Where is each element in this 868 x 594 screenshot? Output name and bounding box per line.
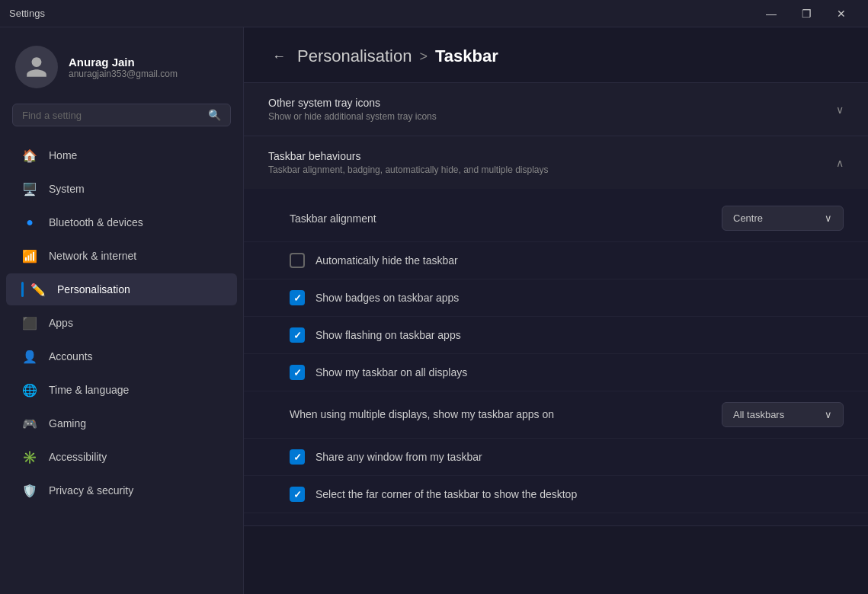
nav-item-privacy[interactable]: 🛡️ Privacy & security: [6, 474, 237, 506]
select-corner-checkbox[interactable]: [290, 487, 305, 502]
title-bar-title: Settings: [9, 8, 45, 19]
share-window-row: Share any window from my taskbar: [244, 439, 868, 476]
nav-item[interactable]: 🏠 Home: [6, 139, 237, 171]
system-tray-title: Other system tray icons: [268, 97, 437, 109]
select-corner-row: Select the far corner of the taskbar to …: [244, 476, 868, 513]
flashing-checkbox[interactable]: [290, 327, 305, 343]
flashing-label: Show flashing on taskbar apps: [315, 329, 461, 341]
personalisation-icon: ✏️: [30, 281, 46, 298]
avatar: [15, 46, 58, 88]
nav-item-apps[interactable]: ⬛ Apps: [6, 307, 237, 339]
gaming-icon: 🎮: [21, 415, 38, 432]
nav-label-gaming: Gaming: [49, 417, 86, 430]
flashing-row: Show flashing on taskbar apps: [244, 317, 868, 354]
system-icon: 🖥️: [21, 180, 38, 197]
nav-label-accessibility: Accessibility: [49, 451, 107, 463]
apps-icon: ⬛: [21, 315, 38, 331]
alignment-select[interactable]: Centre ∨: [722, 206, 844, 231]
system-tray-header[interactable]: Other system tray icons Show or hide add…: [244, 83, 868, 136]
nav-item[interactable]: 📶 Network & internet: [6, 240, 237, 272]
nav-label-network: Network & internet: [49, 250, 136, 262]
multi-display-row: When using multiple displays, show my ta…: [244, 391, 868, 439]
behaviours-header-left: Taskbar behaviours Taskbar alignment, ba…: [268, 150, 549, 175]
search-input[interactable]: [22, 110, 202, 121]
user-profile: Anurag Jain anuragjain353@gmail.com: [0, 40, 243, 104]
user-email: anuragjain353@gmail.com: [69, 69, 178, 79]
search-box[interactable]: 🔍: [12, 104, 231, 126]
alignment-dropdown-icon: ∨: [825, 212, 832, 224]
maximize-button[interactable]: ❐: [789, 0, 824, 27]
share-window-label: Share any window from my taskbar: [315, 451, 482, 463]
behaviours-content: Taskbar alignment Centre ∨ Automatically…: [244, 189, 868, 525]
user-name: Anurag Jain: [69, 56, 178, 69]
select-corner-label: Select the far corner of the taskbar to …: [315, 488, 577, 500]
behaviours-section-header[interactable]: Taskbar behaviours Taskbar alignment, ba…: [244, 136, 868, 189]
sidebar: Anurag Jain anuragjain353@gmail.com 🔍 🏠 …: [0, 27, 244, 594]
title-bar: Settings — ❐ ✕: [0, 0, 868, 27]
nav-label-privacy: Privacy & security: [49, 484, 133, 497]
network-icon: 📶: [21, 248, 38, 264]
nav-label-accounts: Accounts: [49, 350, 93, 362]
nav-label-system: System: [49, 183, 85, 195]
all-displays-label: Show my taskbar on all displays: [315, 366, 467, 378]
system-tray-section: Other system tray icons Show or hide add…: [244, 83, 868, 136]
alignment-label: Taskbar alignment: [290, 212, 722, 225]
content-area: ← Personalisation > Taskbar Other system…: [244, 27, 868, 594]
nav-item[interactable]: 🖥️ System: [6, 173, 237, 205]
home-icon: 🏠: [21, 147, 38, 164]
accounts-icon: 👤: [21, 348, 38, 365]
user-info: Anurag Jain anuragjain353@gmail.com: [69, 56, 178, 79]
system-tray-subtitle: Show or hide additional system tray icon…: [268, 111, 437, 122]
minimize-button[interactable]: —: [754, 0, 789, 27]
content-header: ← Personalisation > Taskbar: [244, 27, 868, 83]
multi-display-value: All taskbars: [733, 409, 784, 420]
close-button[interactable]: ✕: [824, 0, 859, 27]
title-bar-left: Settings: [9, 8, 45, 19]
nav-item-accounts[interactable]: 👤 Accounts: [6, 340, 237, 372]
section-header-left: Other system tray icons Show or hide add…: [268, 97, 437, 122]
nav-item[interactable]: ● Bluetooth & devices: [6, 206, 237, 238]
alignment-value: Centre: [733, 212, 763, 224]
privacy-icon: 🛡️: [21, 482, 38, 499]
alignment-setting-row: Taskbar alignment Centre ∨: [244, 195, 868, 242]
all-displays-row: Show my taskbar on all displays: [244, 354, 868, 391]
system-tray-chevron-icon: ∨: [836, 104, 844, 116]
badges-row: Show badges on taskbar apps: [244, 279, 868, 317]
search-icon: 🔍: [208, 109, 221, 121]
nav-label-time: Time & language: [49, 384, 129, 396]
breadcrumb-separator: >: [419, 49, 428, 65]
nav-item-accessibility[interactable]: ✳️ Accessibility: [6, 441, 237, 473]
behaviours-section: Taskbar behaviours Taskbar alignment, ba…: [244, 136, 868, 526]
behaviours-chevron-icon: ∧: [836, 157, 844, 169]
active-indicator: [21, 282, 24, 297]
nav-label-apps: Apps: [49, 317, 73, 329]
badges-label: Show badges on taskbar apps: [315, 292, 459, 304]
autohide-checkbox[interactable]: [290, 253, 305, 268]
content-body: Other system tray icons Show or hide add…: [244, 83, 868, 594]
nav-item-time[interactable]: 🌐 Time & language: [6, 374, 237, 406]
nav-item-personalisation[interactable]: ✏️ Personalisation: [6, 273, 237, 305]
breadcrumb-parent: Personalisation: [297, 46, 412, 66]
share-window-checkbox[interactable]: [290, 449, 305, 465]
title-bar-controls: — ❐ ✕: [754, 0, 859, 27]
back-button[interactable]: ←: [268, 46, 290, 67]
multi-display-label: When using multiple displays, show my ta…: [290, 407, 554, 423]
multi-display-select[interactable]: All taskbars ∨: [722, 402, 844, 427]
nav-label-personalisation: Personalisation: [57, 283, 130, 295]
app-layout: Anurag Jain anuragjain353@gmail.com 🔍 🏠 …: [0, 27, 868, 594]
user-avatar-icon: [24, 55, 49, 79]
badges-checkbox[interactable]: [290, 290, 305, 305]
nav-label-bluetooth: Bluetooth & devices: [49, 216, 143, 228]
nav-item-gaming[interactable]: 🎮 Gaming: [6, 407, 237, 439]
bluetooth-icon: ●: [21, 214, 38, 231]
behaviours-subtitle: Taskbar alignment, badging, automaticall…: [268, 164, 549, 175]
accessibility-icon: ✳️: [21, 449, 38, 465]
autohide-row: Automatically hide the taskbar: [244, 242, 868, 279]
autohide-label: Automatically hide the taskbar: [315, 254, 458, 267]
multi-display-dropdown-icon: ∨: [825, 409, 832, 420]
nav-label-home: Home: [49, 149, 77, 161]
time-icon: 🌐: [21, 382, 38, 398]
behaviours-title: Taskbar behaviours: [268, 150, 549, 162]
breadcrumb: ← Personalisation > Taskbar: [268, 46, 844, 67]
all-displays-checkbox[interactable]: [290, 365, 305, 380]
